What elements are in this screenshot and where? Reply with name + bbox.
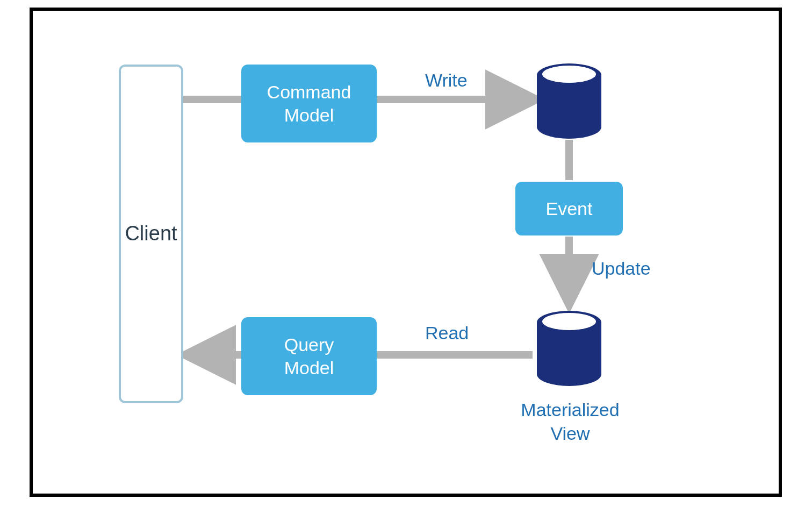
node-command-model-label: Command Model xyxy=(267,81,351,126)
edge-label-read: Read xyxy=(425,323,469,344)
label-materialized-view: Materialized View xyxy=(516,398,624,445)
edge-label-write: Write xyxy=(425,70,468,91)
diagram-page: Client Command Model Query Model Event xyxy=(0,0,812,507)
diagram-frame: Client Command Model Query Model Event xyxy=(30,8,782,497)
node-event: Event xyxy=(515,182,623,235)
node-query-model-label: Query Model xyxy=(284,333,334,379)
node-query-model: Query Model xyxy=(241,317,377,395)
database-write-icon xyxy=(537,63,601,139)
database-read-icon xyxy=(537,311,601,386)
node-event-label: Event xyxy=(546,197,593,220)
node-client-label: Client xyxy=(125,221,177,247)
node-command-model: Command Model xyxy=(241,65,377,142)
node-client: Client xyxy=(119,65,183,403)
edge-label-update: Update xyxy=(592,258,651,279)
